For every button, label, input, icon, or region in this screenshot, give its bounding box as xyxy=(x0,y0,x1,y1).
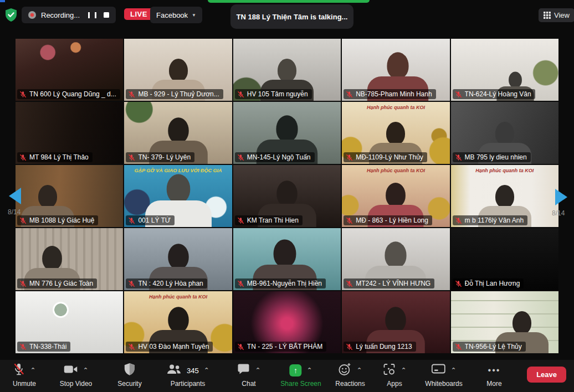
muted-mic-icon xyxy=(346,343,353,350)
toolbar-chat-label: Chat xyxy=(242,380,255,388)
muted-mic-icon xyxy=(19,280,27,287)
share-icon: ↑ xyxy=(289,364,301,376)
participant-tile[interactable]: MB-961-Nguyễn Thị Hiền xyxy=(233,228,341,290)
toolbar-reactions-button[interactable]: ⌃Reactions xyxy=(335,363,365,388)
participant-name: TN-338-Thái xyxy=(29,343,66,350)
toolbar-chat-button[interactable]: ⌃Chat xyxy=(237,363,260,388)
muted-mic-icon xyxy=(346,154,353,161)
participant-tile[interactable]: MN-145-Lý Ngộ Tuấn xyxy=(233,102,341,164)
chevron-up-icon[interactable]: ⌃ xyxy=(255,368,260,373)
participant-name-bar: MN 776 Lý Giác Toàn xyxy=(17,278,97,288)
participant-name: m b 1176lý Vân Anh xyxy=(465,216,524,224)
toolbar-whiteboards-button[interactable]: ⌃Whiteboards xyxy=(425,363,462,388)
participant-name-bar: MĐ - 863 - Lý Hiền Long xyxy=(344,215,432,225)
muted-mic-icon xyxy=(128,343,135,350)
participant-name-bar: MB-961-Nguyễn Thị Hiền xyxy=(235,278,326,288)
live-badge: LIVE xyxy=(124,8,153,20)
participant-name-bar: TN 600 Lý Quang Dũng _ d... xyxy=(17,89,120,99)
muted-mic-icon xyxy=(455,154,462,161)
encryption-shield-icon[interactable] xyxy=(4,8,18,22)
participant-name: TN - 225 - LÝ BẤT PHÀM xyxy=(247,343,322,350)
muted-mic-icon xyxy=(19,217,27,224)
participant-tile[interactable]: TN-624-Lý Hoàng Vân xyxy=(451,39,558,101)
participant-name-bar: MĐ-1109-Lý Như Thủy xyxy=(344,152,427,162)
participant-tile[interactable]: TN-338-Thái xyxy=(16,291,123,353)
chat-icon xyxy=(237,363,250,378)
participant-tile[interactable]: Lý tuấn Dung 1213 xyxy=(342,291,449,353)
stop-recording-icon[interactable] xyxy=(104,12,109,18)
participant-tile[interactable]: KM Tran Thi Hien xyxy=(233,165,341,227)
view-button[interactable]: View xyxy=(539,8,574,22)
participant-tile[interactable]: TN- 379- Lý Uyên xyxy=(124,102,232,164)
participant-tile[interactable]: TN - 225 - LÝ BẤT PHÀM xyxy=(233,291,341,353)
toolbar-unmute-label: Unmute xyxy=(13,380,36,388)
chevron-up-icon[interactable]: ⌃ xyxy=(356,368,362,373)
participant-tile[interactable]: HV 105 Tâm nguyễn xyxy=(233,39,341,101)
virtual-background-text: Hạnh phúc quanh ta KOI xyxy=(124,294,232,300)
participant-name-bar: KM Tran Thi Hien xyxy=(235,215,303,225)
pause-recording-icon[interactable] xyxy=(88,12,96,18)
chevron-up-icon[interactable]: ⌃ xyxy=(401,368,406,373)
muted-mic-icon xyxy=(237,280,244,287)
participant-name: MB - 929 - Lý Thuỷ Dươn... xyxy=(138,90,219,98)
next-page-arrow[interactable] xyxy=(555,189,567,205)
participant-tile[interactable]: TN-956-Lý Lệ Thủy xyxy=(451,291,558,353)
participant-name: MN 776 Lý Giác Toàn xyxy=(29,280,93,287)
participant-tile[interactable]: MB - 929 - Lý Thuỷ Dươn... xyxy=(124,39,232,101)
toolbar-security-label: Security xyxy=(117,380,141,388)
participant-tile[interactable]: TN 600 Lý Quang Dũng _ d... xyxy=(16,39,123,101)
toolbar-security-button[interactable]: Security xyxy=(117,363,141,388)
participant-tile[interactable]: Hạnh phúc quanh ta KOIMĐ - 863 - Lý Hiền… xyxy=(342,165,449,227)
video-icon xyxy=(63,363,78,378)
participant-tile[interactable]: TN : 420 Lý Hòa phan xyxy=(124,228,232,290)
participant-name: MĐ - 863 - Lý Hiền Long xyxy=(356,216,428,224)
chevron-up-icon[interactable]: ⌃ xyxy=(30,368,35,373)
participant-name-bar: TN- 379- Lý Uyên xyxy=(126,152,194,162)
chevron-up-icon[interactable]: ⌃ xyxy=(204,368,209,373)
participant-name: TN-624-Lý Hoàng Vân xyxy=(465,90,531,98)
participant-tile[interactable]: Hạnh phúc quanh ta KOIHV 03 Đào Mạnh Tuy… xyxy=(124,291,232,353)
toolbar-unmute-button[interactable]: ⌃Unmute xyxy=(13,363,36,388)
caret-down-icon: ▼ xyxy=(192,13,196,18)
virtual-background-text: Hạnh phúc quanh ta KOI xyxy=(342,105,449,110)
participant-tile[interactable]: NB-785-Pham Minh Hanh xyxy=(342,39,449,101)
participant-name: MB 795 ly dieu nhien xyxy=(465,153,527,161)
chevron-up-icon[interactable]: ⌃ xyxy=(450,368,456,373)
participant-tile[interactable]: MT 984 Lý Thị Thảo xyxy=(16,102,123,164)
participant-tile[interactable]: MB 795 ly dieu nhien xyxy=(451,102,558,164)
participant-tile[interactable]: MB 1088 Lý Giác Huệ xyxy=(16,165,123,227)
muted-mic-icon xyxy=(128,217,135,224)
participant-tile[interactable]: Đỗ Thị Lan Hương xyxy=(451,228,558,290)
dots-icon: ••• xyxy=(488,364,501,376)
chevron-up-icon[interactable]: ⌃ xyxy=(83,368,88,373)
chevron-up-icon[interactable]: ⌃ xyxy=(306,368,312,373)
muted-mic-icon xyxy=(346,217,353,224)
muted-mic-icon xyxy=(237,154,244,161)
toolbar-share-screen-button[interactable]: ↑⌃Share Screen xyxy=(280,363,321,388)
toolbar-more-button[interactable]: •••More xyxy=(486,363,501,388)
participant-name: HV 03 Đào Mạnh Tuyên xyxy=(138,343,209,350)
participant-name-bar: Lý tuấn Dung 1213 xyxy=(344,342,416,352)
muted-mic-icon xyxy=(237,343,244,350)
participant-name-bar: MN-145-Lý Ngộ Tuấn xyxy=(235,152,315,162)
leave-button[interactable]: Leave xyxy=(527,367,566,383)
more-dots-icon: ••• xyxy=(488,365,501,375)
toolbar-stop-video-button[interactable]: ⌃Stop Video xyxy=(60,363,93,388)
live-stream-dropdown[interactable]: Facebook ▼ xyxy=(150,7,202,23)
participant-tile[interactable]: MT242 - LÝ VĨNH HƯNG xyxy=(342,228,449,290)
mic-off-icon xyxy=(13,363,25,378)
view-button-label: View xyxy=(554,11,570,19)
toolbar-apps-label: Apps xyxy=(387,380,402,388)
toolbar-participants-button[interactable]: 345⌃Participants xyxy=(166,363,209,388)
participant-name-bar: HV 105 Tâm nguyễn xyxy=(235,89,312,99)
toolbar-apps-button[interactable]: ⌃Apps xyxy=(382,363,406,388)
previous-page-arrow[interactable] xyxy=(9,188,21,204)
grid-view-icon xyxy=(544,12,551,19)
participant-tile[interactable]: MN 776 Lý Giác Toàn xyxy=(16,228,123,290)
participant-name-bar: MT 984 Lý Thị Thảo xyxy=(17,152,93,162)
participant-name: MB-961-Nguyễn Thị Hiền xyxy=(247,280,322,287)
participant-tile[interactable]: GẶP GỠ VÀ GIAO LƯU VỚI ĐỘC GIẢ001 LÝ TỨ xyxy=(124,165,232,227)
participant-tile[interactable]: Hạnh phúc quanh ta KOIMĐ-1109-Lý Như Thủ… xyxy=(342,102,449,164)
participant-tile[interactable]: Hạnh phúc quanh ta KOIm b 1176lý Vân Anh xyxy=(451,165,558,227)
muted-mic-icon xyxy=(128,280,135,287)
